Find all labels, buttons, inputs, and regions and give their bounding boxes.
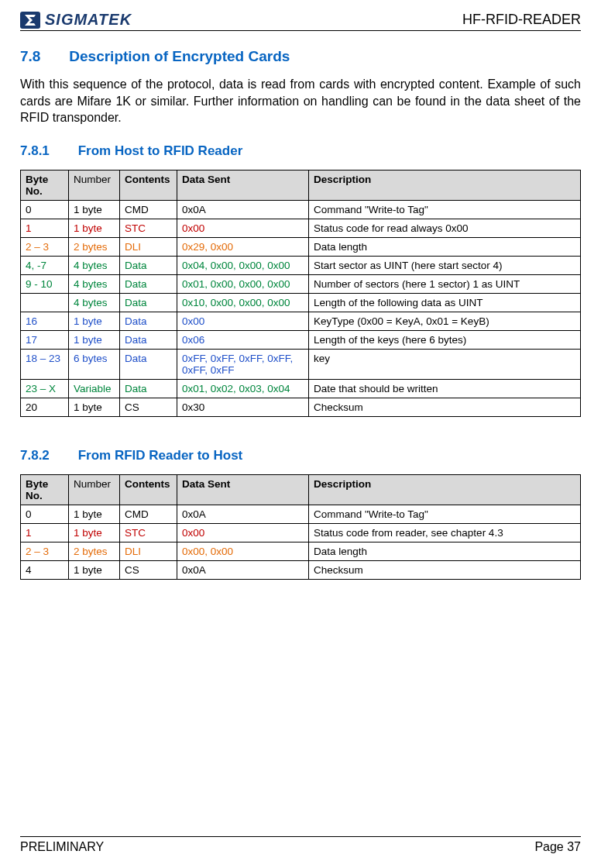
cell-desc: Date that should be written xyxy=(309,379,581,398)
cell-byte: 17 xyxy=(21,330,69,349)
table-row: 11 byteSTC0x00Status code from reader, s… xyxy=(21,523,581,542)
brand-name: SIGMATEK xyxy=(45,11,132,29)
subsection-1-heading: 7.8.1 From Host to RFID Reader xyxy=(20,143,581,159)
cell-desc: Status code from reader, see chapter 4.3 xyxy=(309,523,581,542)
cell-number: 1 byte xyxy=(69,398,120,416)
table-row: 11 byteSTC0x00Status code for read alway… xyxy=(21,219,581,237)
cell-desc: Start sector as UINT (here start sector … xyxy=(309,256,581,274)
cell-byte: 18 – 23 xyxy=(21,349,69,379)
section-number: 7.8 xyxy=(20,48,65,65)
cell-sent: 0x30 xyxy=(177,398,309,416)
table1-body: 01 byteCMD0x0ACommand "Write-to Tag"11 b… xyxy=(21,200,581,416)
table-reader-to-host: Byte No. Number Contents Data Sent Descr… xyxy=(20,474,581,580)
cell-number: 6 bytes xyxy=(69,349,120,379)
cell-desc: Number of sectors (here 1 sector) 1 as U… xyxy=(309,274,581,293)
subsection-1-number: 7.8.1 xyxy=(20,143,74,159)
col-description: Description xyxy=(309,170,581,200)
cell-sent: 0x01, 0x02, 0x03, 0x04 xyxy=(177,379,309,398)
table-row: 171 byteData0x06Length of the keys (here… xyxy=(21,330,581,349)
table-row: 4 bytesData0x10, 0x00, 0x00, 0x00Length … xyxy=(21,293,581,312)
cell-contents: Data xyxy=(120,349,177,379)
cell-contents: CS xyxy=(120,560,177,579)
cell-number: 1 byte xyxy=(69,505,120,523)
cell-byte xyxy=(21,293,69,312)
cell-sent: 0x06 xyxy=(177,330,309,349)
cell-sent: 0x0A xyxy=(177,560,309,579)
table-row: 01 byteCMD0x0ACommand "Write-to Tag" xyxy=(21,200,581,219)
cell-desc: Length of the following data as UINT xyxy=(309,293,581,312)
col-byte-no: Byte No. xyxy=(21,170,69,200)
footer-left: PRELIMINARY xyxy=(20,840,104,854)
cell-sent: 0x0A xyxy=(177,505,309,523)
col-description: Description xyxy=(309,474,581,505)
cell-desc: KeyType (0x00 = KeyA, 0x01 = KeyB) xyxy=(309,312,581,330)
cell-byte: 2 – 3 xyxy=(21,237,69,256)
col-contents: Contents xyxy=(120,474,177,505)
cell-contents: Data xyxy=(120,256,177,274)
table-row: 18 – 236 bytesData0xFF, 0xFF, 0xFF, 0xFF… xyxy=(21,349,581,379)
cell-sent: 0x00 xyxy=(177,523,309,542)
cell-number: 1 byte xyxy=(69,560,120,579)
col-contents: Contents xyxy=(120,170,177,200)
footer-right: Page 37 xyxy=(534,840,581,854)
col-data-sent: Data Sent xyxy=(177,474,309,505)
cell-desc: Data length xyxy=(309,237,581,256)
cell-desc: Command "Write-to Tag" xyxy=(309,200,581,219)
cell-contents: Data xyxy=(120,312,177,330)
cell-contents: DLI xyxy=(120,237,177,256)
table-row: 23 – XVariableData0x01, 0x02, 0x03, 0x04… xyxy=(21,379,581,398)
cell-byte: 9 - 10 xyxy=(21,274,69,293)
col-byte-no: Byte No. xyxy=(21,474,69,505)
cell-number: 4 bytes xyxy=(69,256,120,274)
table-row: 2 – 32 bytesDLI0x29, 0x00Data length xyxy=(21,237,581,256)
cell-byte: 4, -7 xyxy=(21,256,69,274)
col-number: Number xyxy=(69,170,120,200)
cell-number: 1 byte xyxy=(69,330,120,349)
cell-sent: 0x00, 0x00 xyxy=(177,542,309,560)
cell-contents: Data xyxy=(120,379,177,398)
section-intro: With this sequence of the protocol, data… xyxy=(20,76,581,126)
cell-number: 4 bytes xyxy=(69,293,120,312)
cell-number: 4 bytes xyxy=(69,274,120,293)
cell-sent: 0x10, 0x00, 0x00, 0x00 xyxy=(177,293,309,312)
cell-contents: Data xyxy=(120,293,177,312)
cell-sent: 0x0A xyxy=(177,200,309,219)
cell-sent: 0x01, 0x00, 0x00, 0x00 xyxy=(177,274,309,293)
col-data-sent: Data Sent xyxy=(177,170,309,200)
table-row: 4, -74 bytesData0x04, 0x00, 0x00, 0x00St… xyxy=(21,256,581,274)
cell-byte: 2 – 3 xyxy=(21,542,69,560)
table-row: 2 – 32 bytesDLI0x00, 0x00Data length xyxy=(21,542,581,560)
cell-number: Variable xyxy=(69,379,120,398)
cell-number: 2 bytes xyxy=(69,237,120,256)
section-heading: 7.8 Description of Encrypted Cards xyxy=(20,48,581,65)
cell-desc: Length of the keys (here 6 bytes) xyxy=(309,330,581,349)
table-row: 01 byteCMD0x0ACommand "Write-to Tag" xyxy=(21,505,581,523)
cell-sent: 0x29, 0x00 xyxy=(177,237,309,256)
col-number: Number xyxy=(69,474,120,505)
cell-number: 2 bytes xyxy=(69,542,120,560)
cell-contents: STC xyxy=(120,219,177,237)
subsection-2-title: From RFID Reader to Host xyxy=(78,448,243,463)
cell-desc: Checksum xyxy=(309,398,581,416)
cell-byte: 20 xyxy=(21,398,69,416)
cell-byte: 4 xyxy=(21,560,69,579)
cell-byte: 1 xyxy=(21,219,69,237)
cell-byte: 0 xyxy=(21,200,69,219)
sigma-icon xyxy=(20,12,40,29)
cell-sent: 0x00 xyxy=(177,219,309,237)
subsection-2-heading: 7.8.2 From RFID Reader to Host xyxy=(20,448,581,463)
cell-contents: CMD xyxy=(120,200,177,219)
table-row: 161 byteData0x00KeyType (0x00 = KeyA, 0x… xyxy=(21,312,581,330)
cell-sent: 0x00 xyxy=(177,312,309,330)
document-id: HF-RFID-READER xyxy=(462,12,581,28)
cell-contents: Data xyxy=(120,330,177,349)
cell-sent: 0x04, 0x00, 0x00, 0x00 xyxy=(177,256,309,274)
cell-number: 1 byte xyxy=(69,523,120,542)
cell-number: 1 byte xyxy=(69,312,120,330)
subsection-1-title: From Host to RFID Reader xyxy=(78,143,243,158)
cell-byte: 0 xyxy=(21,505,69,523)
cell-desc: key xyxy=(309,349,581,379)
cell-byte: 1 xyxy=(21,523,69,542)
cell-sent: 0xFF, 0xFF, 0xFF, 0xFF, 0xFF, 0xFF xyxy=(177,349,309,379)
cell-desc: Status code for read always 0x00 xyxy=(309,219,581,237)
